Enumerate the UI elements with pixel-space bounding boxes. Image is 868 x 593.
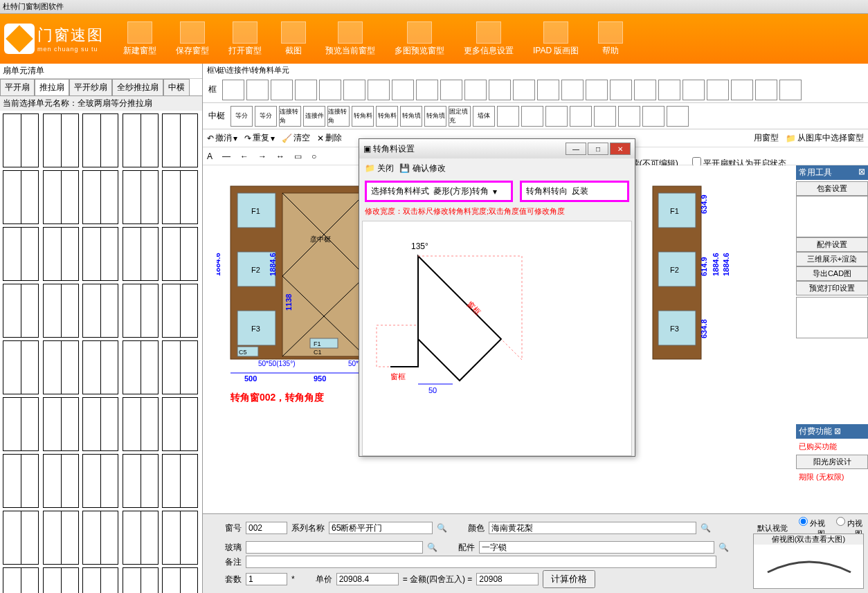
thumb-28[interactable]	[123, 397, 159, 451]
frame-shape-4[interactable]	[319, 80, 341, 100]
search-icon[interactable]: 🔍	[718, 542, 729, 552]
tool-arrow-lr[interactable]: ↔	[276, 152, 284, 161]
calc-button[interactable]: 计算价格	[543, 570, 595, 588]
close-icon[interactable]: ⊠	[858, 167, 865, 179]
ribbon-ipad[interactable]: IPAD 版画图	[533, 21, 579, 57]
frame-shape-13[interactable]	[537, 80, 559, 100]
thumb-35[interactable]	[3, 511, 39, 565]
topview-preview[interactable]: 俯视图(双击查看大图)	[753, 533, 864, 589]
mullion-tool-7[interactable]: 转角填	[400, 106, 422, 127]
thumb-27[interactable]	[82, 397, 118, 451]
frame-shape-21[interactable]	[731, 80, 753, 100]
frame-shape-7[interactable]	[392, 80, 414, 100]
tab-1[interactable]: 推拉扇	[35, 79, 69, 95]
glass-input[interactable]	[246, 541, 423, 554]
thumb-32[interactable]	[82, 454, 118, 508]
thumb-22[interactable]	[82, 340, 118, 394]
tab-4[interactable]: 中横	[163, 79, 190, 95]
thumb-16[interactable]	[43, 284, 79, 338]
tab-2[interactable]: 平开纱扇	[69, 79, 112, 95]
thumb-14[interactable]	[162, 227, 198, 281]
search-icon[interactable]: 🔍	[427, 542, 437, 552]
frame-shape-10[interactable]	[464, 80, 487, 100]
thumb-7[interactable]	[82, 170, 118, 224]
thumb-36[interactable]	[43, 511, 79, 565]
tool-btn-0[interactable]: 包套设置	[796, 181, 868, 196]
frame-shape-5[interactable]	[343, 80, 365, 100]
thumb-42[interactable]	[82, 567, 118, 593]
window-no-input[interactable]	[246, 522, 287, 534]
frame-shape-1[interactable]	[246, 80, 269, 100]
thumb-3[interactable]	[123, 113, 159, 167]
thumb-40[interactable]	[3, 567, 39, 593]
thumb-4[interactable]	[162, 113, 198, 167]
thumb-5[interactable]	[3, 170, 39, 224]
mullion-extra-0[interactable]	[497, 106, 519, 127]
ribbon-new[interactable]: 新建窗型	[123, 21, 156, 57]
maximize-button[interactable]: □	[588, 143, 608, 155]
tool-btn-3[interactable]: 导出CAD图	[796, 266, 868, 281]
thumb-38[interactable]	[123, 511, 159, 565]
note-input[interactable]	[246, 556, 716, 568]
tab-0[interactable]: 平开扇	[0, 79, 35, 95]
frame-shape-11[interactable]	[489, 80, 511, 100]
thumb-44[interactable]	[162, 567, 198, 593]
close-button[interactable]: ✕	[610, 143, 631, 155]
mullion-tool-4[interactable]: 连接转角	[327, 106, 350, 127]
dialog-titlebar[interactable]: ▣ 转角料设置 — □ ✕	[359, 139, 635, 158]
qty-input[interactable]	[246, 573, 287, 585]
frame-shape-14[interactable]	[561, 80, 584, 100]
delete-button[interactable]: ✕ 删除	[317, 132, 342, 144]
frame-shape-17[interactable]	[634, 80, 656, 100]
thumb-26[interactable]	[43, 397, 79, 451]
direction-selector[interactable]: 转角料转向 反装	[520, 181, 629, 202]
ribbon-help[interactable]: 帮助	[598, 21, 623, 57]
thumb-29[interactable]	[162, 397, 198, 451]
mullion-tool-5[interactable]: 转角料	[352, 106, 374, 127]
tool-btn-2[interactable]: 三维展示+渲染	[796, 252, 868, 266]
thumb-24[interactable]	[162, 340, 198, 394]
ribbon-preview[interactable]: 预览当前窗型	[325, 21, 375, 57]
thumb-11[interactable]	[43, 227, 79, 281]
frame-shape-6[interactable]	[368, 80, 390, 100]
thumb-18[interactable]	[123, 284, 159, 338]
thumb-37[interactable]	[82, 511, 118, 565]
mullion-tool-3[interactable]: 连接件	[303, 106, 325, 127]
thumb-39[interactable]	[162, 511, 198, 565]
ribbon-multi[interactable]: 多图预览窗型	[395, 21, 444, 57]
dialog-confirm-tool[interactable]: 💾 确认修改	[399, 163, 445, 174]
frame-shape-0[interactable]	[222, 80, 244, 100]
mullion-extra-7[interactable]	[667, 106, 689, 127]
tool-rect[interactable]: ▭	[294, 152, 302, 161]
thumb-0[interactable]	[3, 113, 39, 167]
mullion-tool-0[interactable]: 等分	[230, 106, 253, 127]
frame-shape-2[interactable]	[271, 80, 293, 100]
parts-input[interactable]	[479, 541, 714, 554]
search-icon[interactable]: 🔍	[437, 523, 447, 533]
tool-arrow-l[interactable]: ←	[240, 152, 248, 161]
mullion-tool-6[interactable]: 转角料	[376, 106, 398, 127]
thumb-31[interactable]	[43, 454, 79, 508]
dialog-close-tool[interactable]: 📁 关闭	[365, 163, 394, 174]
frame-shape-12[interactable]	[513, 80, 535, 100]
ribbon-screenshot[interactable]: 截图	[281, 21, 306, 57]
mullion-tool-2[interactable]: 连接转角	[279, 106, 301, 127]
thumb-17[interactable]	[82, 284, 118, 338]
mullion-extra-4[interactable]	[594, 106, 616, 127]
thumb-43[interactable]	[123, 567, 159, 593]
thumb-12[interactable]	[82, 227, 118, 281]
search-icon[interactable]: 🔍	[700, 523, 711, 533]
tool-arrow-r[interactable]: →	[258, 152, 266, 161]
thumb-9[interactable]	[162, 170, 198, 224]
style-selector[interactable]: 选择转角料样式 菱形(方形)转角 ▾	[365, 181, 513, 202]
series-input[interactable]	[329, 522, 433, 534]
tool-line[interactable]: —	[222, 152, 230, 161]
thumb-34[interactable]	[162, 454, 198, 508]
frame-shape-15[interactable]	[586, 80, 608, 100]
clear-button[interactable]: 🧹 清空	[282, 132, 310, 144]
mullion-tool-1[interactable]: 等分	[255, 106, 277, 127]
thumb-41[interactable]	[43, 567, 79, 593]
amount-input[interactable]	[476, 573, 539, 585]
thumb-33[interactable]	[123, 454, 159, 508]
thumb-25[interactable]	[3, 397, 39, 451]
